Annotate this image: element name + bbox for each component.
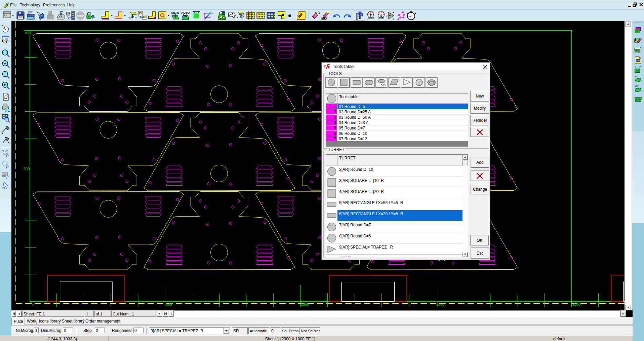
svg-text:500: 500 xyxy=(166,302,172,306)
svg-text:info: info xyxy=(637,60,640,62)
svg-text:1: 1 xyxy=(390,11,392,14)
svg-text:1000: 1000 xyxy=(301,302,309,306)
svg-text:500: 500 xyxy=(24,167,30,171)
svg-text:1500: 1500 xyxy=(436,302,444,306)
svg-text:2: 2 xyxy=(393,17,394,20)
svg-text:STOP: STOP xyxy=(77,14,84,17)
svg-text:2000: 2000 xyxy=(572,302,580,306)
svg-text:2: 2 xyxy=(386,14,388,17)
svg-text:AUTO: AUTO xyxy=(181,11,190,14)
svg-text:MQ: MQ xyxy=(321,17,327,20)
svg-text:90°: 90° xyxy=(635,75,638,77)
svg-text:↖R: ↖R xyxy=(381,83,386,86)
svg-text:1000: 1000 xyxy=(24,31,32,35)
svg-text:180°: 180° xyxy=(635,85,639,87)
